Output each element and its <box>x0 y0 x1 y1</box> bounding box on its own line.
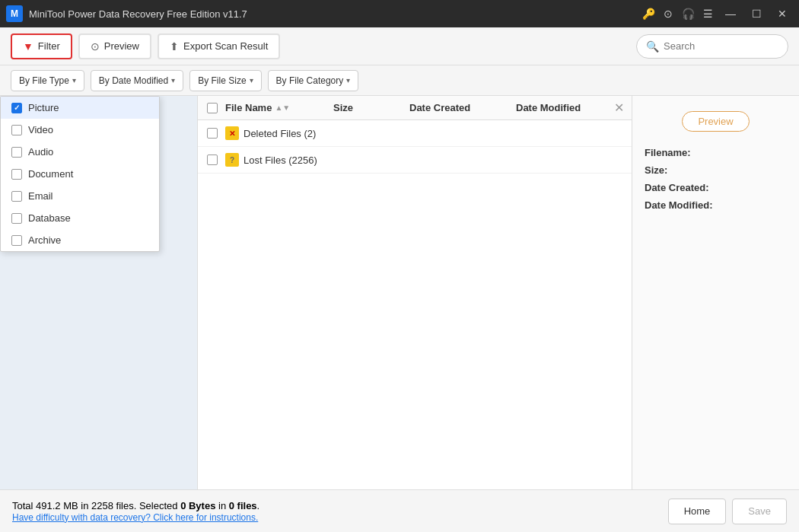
main-content: Picture Video Audio Document Email Datab… <box>0 96 799 489</box>
status-text-line1: Total 491.2 MB in 2258 files. Selected 0… <box>12 500 662 511</box>
archive-label: Archive <box>28 234 61 246</box>
filter-row: By File Type ▾ By Date Modified ▾ By Fil… <box>0 65 799 96</box>
preview-panel: Preview Filename: Size: Date Created: Da… <box>632 96 799 489</box>
filter-label: Filter <box>38 40 60 52</box>
lost-files-label: Lost Files (2256) <box>244 155 317 166</box>
svg-text:M: M <box>11 8 18 19</box>
dropdown-item-video[interactable]: Video <box>1 119 159 141</box>
preview-icon: ⊙ <box>91 40 100 53</box>
close-button[interactable]: ✕ <box>772 5 793 23</box>
export-button[interactable]: ⬆ Export Scan Result <box>158 33 280 59</box>
database-label: Database <box>28 212 71 224</box>
menu-icon[interactable]: ☰ <box>700 6 715 21</box>
document-checkbox[interactable] <box>11 169 22 180</box>
row-checkbox-cell <box>207 128 225 139</box>
chevron-down-icon: ▾ <box>72 76 76 84</box>
export-icon: ⬆ <box>170 40 179 53</box>
lost-files-icon: ? <box>225 153 239 167</box>
date-modified-label: Date Modified: <box>645 199 713 211</box>
title-bar-actions: 🔑 ⊙ 🎧 ☰ — ☐ ✕ <box>641 5 793 23</box>
date-modified-info-row: Date Modified: <box>645 199 787 211</box>
created-column-header: Date Created <box>409 102 516 113</box>
file-category-label: By File Category <box>276 75 344 86</box>
archive-checkbox[interactable] <box>11 235 22 246</box>
period-text: . <box>257 500 260 511</box>
date-modified-dropdown[interactable]: By Date Modified ▾ <box>91 70 183 91</box>
file-table-panel: File Name ▲▼ Size Date Created Date Modi… <box>198 96 632 489</box>
select-all-checkbox[interactable] <box>207 103 218 113</box>
file-type-dropdown[interactable]: By File Type ▾ <box>11 70 84 91</box>
filename-info-row: Filename: <box>645 147 787 158</box>
sort-icon: ▲▼ <box>275 104 290 112</box>
deleted-files-icon: ✕ <box>225 126 239 140</box>
key-icon[interactable]: 🔑 <box>641 6 656 21</box>
files-count: 0 files <box>229 500 257 511</box>
table-row[interactable]: ? Lost Files (2256) <box>198 147 632 174</box>
left-panel: Picture Video Audio Document Email Datab… <box>0 96 198 489</box>
toolbar: ▼ Filter ⊙ Preview ⬆ Export Scan Result … <box>0 27 799 65</box>
dropdown-item-picture[interactable]: Picture <box>1 97 159 119</box>
email-checkbox[interactable] <box>11 191 22 202</box>
save-button[interactable]: Save <box>732 499 787 524</box>
dropdown-item-database[interactable]: Database <box>1 207 159 229</box>
size-column-header: Size <box>333 102 409 113</box>
document-label: Document <box>28 168 73 180</box>
table-row[interactable]: ✕ Deleted Files (2) <box>198 120 632 147</box>
video-label: Video <box>28 124 53 135</box>
home-button[interactable]: Home <box>668 499 727 524</box>
total-text: Total 491.2 MB in 2258 files. Selected <box>12 500 180 511</box>
dropdown-item-archive[interactable]: Archive <box>1 229 159 251</box>
filter-button[interactable]: ▼ Filter <box>11 33 72 59</box>
date-created-label: Date Created: <box>645 182 709 193</box>
deleted-files-label: Deleted Files (2) <box>244 128 316 139</box>
file-table-header: File Name ▲▼ Size Date Created Date Modi… <box>198 96 632 120</box>
preview-button[interactable]: ⊙ Preview <box>78 33 151 59</box>
file-size-dropdown[interactable]: By File Size ▾ <box>189 70 261 91</box>
status-bar: Total 491.2 MB in 2258 files. Selected 0… <box>0 489 799 532</box>
preview-action-button[interactable]: Preview <box>682 111 749 132</box>
file-size-label: By File Size <box>198 75 246 86</box>
file-type-dropdown-menu: Picture Video Audio Document Email Datab… <box>0 96 160 252</box>
search-input[interactable] <box>664 40 778 52</box>
database-checkbox[interactable] <box>11 213 22 224</box>
dropdown-item-audio[interactable]: Audio <box>1 141 159 163</box>
filename-label: Filename: <box>645 147 691 158</box>
audio-checkbox[interactable] <box>11 147 22 158</box>
file-type-label: By File Type <box>19 75 69 86</box>
picture-label: Picture <box>28 102 59 113</box>
video-checkbox[interactable] <box>11 125 22 135</box>
size-info-row: Size: <box>645 164 787 176</box>
minimize-button[interactable]: — <box>720 5 741 23</box>
close-panel-button[interactable]: ✕ <box>614 102 624 114</box>
dropdown-item-email[interactable]: Email <box>1 185 159 207</box>
filter-icon: ▼ <box>23 40 33 53</box>
in-text: in <box>215 500 228 511</box>
modified-column-header: Date Modified <box>516 102 622 113</box>
row-checkbox-cell <box>207 155 225 165</box>
info-icon[interactable]: ⊙ <box>661 6 676 21</box>
export-label: Export Scan Result <box>183 40 268 52</box>
audio-label: Audio <box>28 146 53 158</box>
chevron-down-icon: ▾ <box>346 76 350 84</box>
email-label: Email <box>28 190 53 202</box>
date-modified-label: By Date Modified <box>99 75 168 86</box>
status-info: Total 491.2 MB in 2258 files. Selected 0… <box>12 500 662 523</box>
filename-column-header: File Name ▲▼ <box>225 102 333 113</box>
maximize-button[interactable]: ☐ <box>746 5 767 23</box>
chevron-down-icon: ▾ <box>250 76 253 84</box>
chevron-down-icon: ▾ <box>171 76 175 84</box>
dropdown-item-document[interactable]: Document <box>1 163 159 185</box>
date-created-info-row: Date Created: <box>645 182 787 193</box>
selected-bytes: 0 Bytes <box>180 500 215 511</box>
row-checkbox[interactable] <box>207 128 218 139</box>
preview-label: Preview <box>104 40 139 52</box>
app-logo: M <box>6 5 23 22</box>
file-category-dropdown[interactable]: By File Category ▾ <box>268 70 359 91</box>
search-box[interactable]: 🔍 <box>636 34 788 59</box>
help-link[interactable]: Have difficulty with data recovery? Clic… <box>12 512 258 523</box>
title-bar: M MiniTool Power Data Recovery Free Edit… <box>0 0 799 27</box>
picture-checkbox[interactable] <box>11 103 22 113</box>
headset-icon[interactable]: 🎧 <box>680 6 696 21</box>
search-icon: 🔍 <box>646 40 659 53</box>
row-checkbox[interactable] <box>207 155 218 165</box>
